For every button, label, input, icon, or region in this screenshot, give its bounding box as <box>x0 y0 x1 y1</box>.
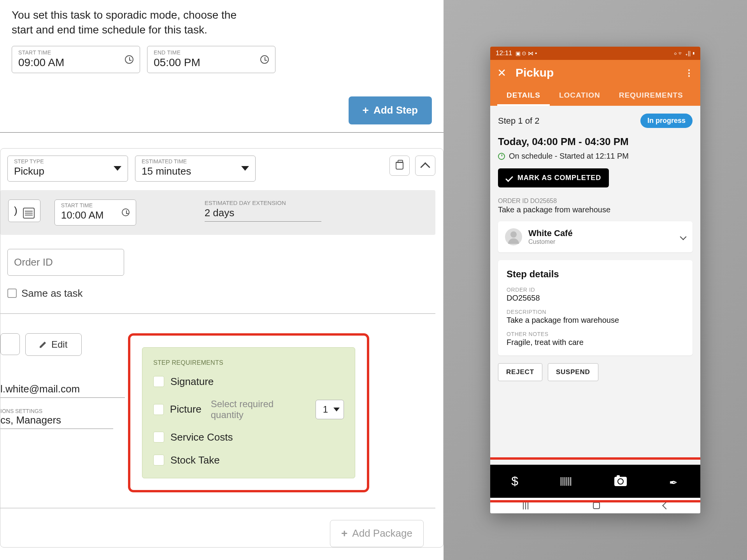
req-signature-row[interactable]: Signature <box>153 376 344 388</box>
edit-button[interactable]: Edit <box>25 333 82 356</box>
desktop-form-pane: You set this task to sporadic mode, choo… <box>0 0 444 560</box>
checkbox-icon <box>7 289 17 298</box>
estimated-time-select[interactable]: ESTIMATED TIME 15 minutes <box>135 156 256 182</box>
status-system-icons: ⊙ ᯤ ₊|| ▮ <box>674 50 695 56</box>
step-counter: Step 1 of 2 <box>498 116 539 126</box>
email-value: l.white@mail.com <box>0 383 125 398</box>
inner-start-value: 10:00 AM <box>61 209 130 221</box>
same-as-task-checkbox-row[interactable]: Same as task <box>7 287 435 299</box>
ext-label: ESTIMATED DAY EXTENSION <box>205 200 321 206</box>
phone-frame: 12:11 ▣ ⊙ ⋈ • ⊙ ᯤ ₊|| ▮ ✕ Pickup ⋮ DETAI… <box>490 47 700 513</box>
qty-hint: Select required quantity <box>211 399 305 420</box>
signature-icon[interactable] <box>669 476 679 486</box>
tab-details[interactable]: DETAILS <box>497 86 550 106</box>
end-time-value: 05:00 PM <box>154 56 269 69</box>
check-icon <box>505 174 513 182</box>
end-time-label: END TIME <box>154 49 269 56</box>
step-details-title: Step details <box>507 269 684 280</box>
plus-icon: + <box>341 527 347 540</box>
customer-card[interactable]: White Café Customer <box>498 221 693 252</box>
end-time-field[interactable]: END TIME 05:00 PM <box>147 46 275 73</box>
customer-role: Customer <box>528 238 573 245</box>
step-requirements-panel: STEP REQUIREMENTS Signature Picture Sele… <box>142 347 355 478</box>
tab-location[interactable]: LOCATION <box>550 86 610 106</box>
inner-start-time-field[interactable]: START TIME 10:00 AM <box>54 200 136 226</box>
req-picture-label: Picture <box>170 403 202 415</box>
permissions-label: IONS SETTINGS <box>0 408 125 414</box>
start-time-value: 09:00 AM <box>18 56 133 69</box>
step-details-card: Step details ORDER ID DO25658 DESCRIPTIO… <box>498 260 693 355</box>
est-time-value: 15 minutes <box>142 165 249 177</box>
ext-value: 2 days <box>205 207 321 222</box>
camera-icon[interactable] <box>614 477 627 486</box>
chevron-up-icon <box>420 162 430 172</box>
d-order-label: ORDER ID <box>507 287 684 293</box>
start-time-field[interactable]: START TIME 09:00 AM <box>12 46 140 73</box>
partial-button[interactable] <box>0 333 20 355</box>
checkbox-icon <box>153 404 164 415</box>
avatar-icon <box>505 228 522 245</box>
clock-icon <box>498 153 505 160</box>
req-picture-row[interactable]: Picture Select required quantity 1 <box>153 399 344 420</box>
d-notes-value: Fragile, treat with care <box>507 338 684 347</box>
inner-start-label: START TIME <box>61 202 130 208</box>
add-package-label: Add Package <box>352 527 412 539</box>
req-stock-label: Stock Take <box>170 454 220 466</box>
calendar-icon[interactable] <box>23 208 35 219</box>
step-type-select[interactable]: STEP TYPE Pickup <box>7 156 128 182</box>
add-step-label: Add Step <box>374 104 418 116</box>
back-icon[interactable] <box>662 502 670 509</box>
schedule-line: On schedule - Started at 12:11 PM <box>498 152 693 161</box>
add-package-button[interactable]: + Add Package <box>330 520 424 547</box>
action-bar <box>490 465 700 498</box>
phone-body: Step 1 of 2 In progress Today, 04:00 PM … <box>490 106 700 463</box>
mark-completed-label: MARK AS COMPLETED <box>517 174 601 182</box>
time-heading: Today, 04:00 PM - 04:30 PM <box>498 136 693 148</box>
checkbox-icon <box>153 455 164 466</box>
trash-icon <box>396 162 403 170</box>
qty-value: 1 <box>323 404 328 415</box>
divider <box>0 508 435 508</box>
status-time: 12:11 <box>496 49 512 57</box>
schedule-text: On schedule - Started at 12:11 PM <box>509 152 629 161</box>
status-badge: In progress <box>640 114 693 128</box>
dollar-icon[interactable] <box>511 474 518 488</box>
add-step-button[interactable]: + Add Step <box>349 96 432 124</box>
tab-bar: DETAILS LOCATION REQUIREMENTS <box>497 86 693 106</box>
req-service-row[interactable]: Service Costs <box>153 431 344 443</box>
req-stock-row[interactable]: Stock Take <box>153 454 344 466</box>
barcode-icon[interactable] <box>561 477 572 486</box>
schedule-strip: ) START TIME 10:00 AM ESTIMATED DAY EXTE… <box>0 190 435 235</box>
chevron-down-icon <box>114 166 121 171</box>
close-icon[interactable]: ✕ <box>497 66 506 79</box>
order-id-label: ORDER ID DO25658 <box>498 198 693 205</box>
clock-icon <box>125 55 133 64</box>
collapse-step-button[interactable] <box>415 156 435 176</box>
more-icon[interactable]: ⋮ <box>685 71 693 75</box>
mark-completed-button[interactable]: MARK AS COMPLETED <box>498 168 609 187</box>
highlight-box: STEP REQUIREMENTS Signature Picture Sele… <box>128 333 369 492</box>
day-extension-field[interactable]: ESTIMATED DAY EXTENSION 2 days <box>205 200 321 222</box>
edit-label: Edit <box>51 339 67 350</box>
recents-icon[interactable] <box>525 502 526 509</box>
checkbox-icon <box>153 376 164 387</box>
start-time-label: START TIME <box>18 49 133 56</box>
step-type-value: Pickup <box>14 165 121 177</box>
d-desc-label: DESCRIPTION <box>507 309 684 315</box>
step-requirements-title: STEP REQUIREMENTS <box>153 359 344 366</box>
tab-requirements[interactable]: REQUIREMENTS <box>610 86 693 106</box>
reject-button[interactable]: REJECT <box>498 363 542 381</box>
delete-step-button[interactable] <box>389 156 410 176</box>
d-desc-value: Take a package from warehouse <box>507 316 684 325</box>
step-card: STEP TYPE Pickup ESTIMATED TIME 15 minut… <box>0 148 444 548</box>
android-nav-bar <box>490 498 700 513</box>
checkbox-icon <box>153 432 164 443</box>
divider <box>0 132 444 133</box>
app-title: Pickup <box>516 66 554 79</box>
phone-status-bar: 12:11 ▣ ⊙ ⋈ • ⊙ ᯤ ₊|| ▮ <box>490 47 700 60</box>
step-type-label: STEP TYPE <box>14 158 121 164</box>
suspend-button[interactable]: SUSPEND <box>548 363 598 381</box>
home-icon[interactable] <box>593 502 600 509</box>
order-id-input[interactable] <box>7 249 124 276</box>
qty-select[interactable]: 1 <box>316 400 344 419</box>
